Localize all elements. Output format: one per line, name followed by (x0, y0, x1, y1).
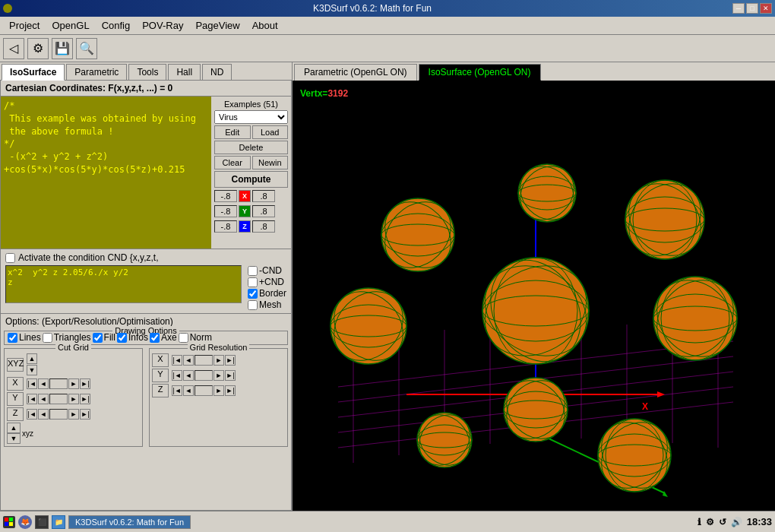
cut-y-r1[interactable]: ► (68, 394, 79, 404)
res-y-l2[interactable]: ◄ (183, 370, 194, 381)
fill-check[interactable] (93, 333, 103, 343)
menu-config[interactable]: Config (96, 18, 137, 33)
menu-project[interactable]: Project (3, 18, 46, 33)
z-max-input[interactable] (252, 220, 275, 233)
cut-y-btn[interactable]: Y (7, 392, 24, 406)
cut-z-l1[interactable]: |◄ (27, 409, 37, 420)
start-icon[interactable] (3, 516, 15, 528)
menu-opengl[interactable]: OpenGL (46, 18, 95, 33)
x-color-btn[interactable]: X (239, 190, 251, 202)
tab-isosurface[interactable]: IsoSurface (2, 64, 65, 81)
delete-button[interactable]: Delete (214, 141, 288, 154)
res-z-r1[interactable]: ► (214, 385, 224, 396)
back-button[interactable]: ◁ (3, 38, 24, 59)
cut-z-l2[interactable]: ◄ (38, 409, 49, 420)
view-tab-parametric[interactable]: Parametric (OpenGL ON) (294, 64, 417, 81)
res-y-r1[interactable]: ► (214, 370, 224, 381)
clock: 18:33 (747, 516, 772, 527)
tab-tools[interactable]: Tools (128, 64, 166, 80)
load-button[interactable]: Load (252, 125, 289, 139)
res-z-r2[interactable]: ►| (225, 385, 236, 396)
cnd-neg-check[interactable] (248, 266, 258, 276)
tab-hall[interactable]: Hall (168, 64, 201, 80)
menu-pageview[interactable]: PageView (189, 18, 245, 33)
axe-check[interactable] (150, 333, 160, 343)
clear-button[interactable]: Clear (214, 156, 251, 169)
grid-resolution-box: Grid Resolution X |◄ ◄ ► ►| Y (149, 348, 288, 447)
vertex-info: Vertx=3192 (300, 87, 348, 99)
menu-povray[interactable]: POV-Ray (136, 18, 189, 33)
cut-z-r2[interactable]: ►| (80, 409, 90, 420)
cut-x-l1[interactable]: |◄ (27, 378, 37, 389)
triangles-check[interactable] (43, 333, 52, 343)
res-x-r2[interactable]: ►| (225, 355, 236, 366)
infos-check[interactable] (117, 333, 127, 343)
tab-nd[interactable]: ND (202, 64, 232, 80)
res-x-r1[interactable]: ► (214, 355, 224, 366)
y-min-input[interactable] (214, 205, 237, 217)
cut-vert-dn[interactable]: ▼ (7, 433, 21, 444)
cnd-pos-check[interactable] (248, 277, 258, 287)
cut-xyz-dn[interactable]: ▼ (27, 365, 37, 375)
taskbar-k3dsurf[interactable]: K3DSurf v0.6.2: Math for Fun (68, 515, 191, 529)
cut-x-r2[interactable]: ►| (80, 378, 90, 389)
cut-y-l1[interactable]: |◄ (27, 394, 37, 404)
left-panel: IsoSurface Parametric Tools Hall ND Cart… (0, 62, 293, 511)
res-y-btn[interactable]: Y (152, 369, 169, 382)
firefox-icon[interactable]: 🦊 (18, 515, 32, 529)
settings-icon: ⚙ (706, 517, 714, 527)
canvas-area[interactable]: Vertx=3192 (293, 81, 775, 511)
res-x-btn[interactable]: X (152, 353, 169, 367)
res-y-r2[interactable]: ►| (225, 370, 236, 381)
cut-y-r2[interactable]: ►| (80, 394, 90, 404)
cnd-border-check[interactable] (248, 289, 258, 299)
res-x-l1[interactable]: |◄ (172, 355, 182, 366)
drawing-checkboxes: Lines Triangles Fill Infos Axe Norm (8, 332, 284, 343)
menu-about[interactable]: About (246, 18, 284, 33)
cut-x-l2[interactable]: ◄ (38, 378, 49, 389)
cut-y-l2[interactable]: ◄ (38, 394, 49, 404)
vertex-value: 3192 (327, 88, 348, 99)
menubar: Project OpenGL Config POV-Ray PageView A… (0, 17, 775, 35)
minimize-button[interactable]: ─ (732, 3, 745, 14)
cnd-mesh-check[interactable] (248, 300, 258, 310)
res-z-l2[interactable]: ◄ (183, 385, 194, 396)
x-min-input[interactable] (214, 190, 237, 202)
cut-x-btn[interactable]: X (7, 377, 24, 391)
res-z-btn[interactable]: Z (152, 384, 169, 397)
info-button[interactable]: 🔍 (76, 38, 97, 59)
norm-check[interactable] (179, 333, 188, 343)
newin-button[interactable]: Newin (252, 156, 289, 169)
edit-button[interactable]: Edit (214, 125, 251, 139)
formula-area: /* This example was obtained by using th… (1, 97, 291, 249)
cut-xyz-up[interactable]: ▲ (27, 353, 37, 364)
y-color-btn[interactable]: Y (239, 205, 251, 217)
z-color-btn[interactable]: Z (239, 220, 251, 233)
cut-vert-up[interactable]: ▲ (7, 423, 21, 433)
cnd-text-editor[interactable]: x^2 y^2 z 2.05/6./x y/2 z (5, 265, 242, 303)
res-x-l2[interactable]: ◄ (183, 355, 194, 366)
close-button[interactable]: ✕ (760, 3, 772, 14)
examples-dropdown[interactable]: Virus (214, 110, 288, 124)
formula-editor[interactable]: /* This example was obtained by using th… (1, 97, 211, 249)
res-y-l1[interactable]: |◄ (172, 370, 182, 381)
z-min-input[interactable] (214, 220, 237, 233)
lines-check[interactable] (8, 333, 17, 343)
cut-xyz-btn[interactable]: XYZ (7, 358, 24, 372)
cut-z-r1[interactable]: ► (68, 409, 79, 420)
gear-button[interactable]: ⚙ (27, 38, 49, 59)
cut-z-btn[interactable]: Z (7, 407, 24, 421)
x-max-input[interactable] (252, 190, 275, 202)
maximize-button[interactable]: □ (746, 3, 758, 14)
content-area: Cartesian Coordinates: F(x,y,z,t, ...) =… (0, 80, 292, 511)
terminal-icon[interactable]: ⬛ (35, 515, 49, 529)
cut-x-r1[interactable]: ► (68, 378, 79, 389)
save-button[interactable]: 💾 (52, 38, 73, 59)
view-tab-isosurface[interactable]: IsoSurface (OpenGL ON) (419, 64, 541, 81)
folder-icon[interactable]: 📁 (52, 515, 65, 529)
y-max-input[interactable] (252, 205, 275, 217)
res-z-l1[interactable]: |◄ (172, 385, 182, 396)
compute-button[interactable]: Compute (214, 171, 288, 188)
cnd-checkbox[interactable] (5, 253, 15, 263)
tab-parametric[interactable]: Parametric (66, 64, 127, 80)
